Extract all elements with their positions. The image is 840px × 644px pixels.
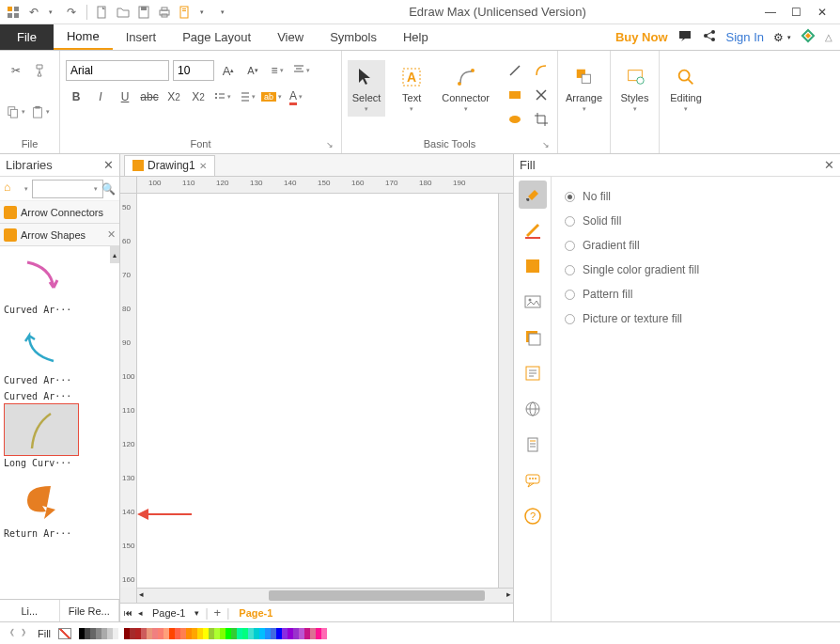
close-button[interactable]: ✕ <box>817 6 831 19</box>
underline-icon[interactable]: U <box>115 86 135 107</box>
shape-item[interactable]: Curved Ar··· <box>4 250 79 315</box>
lib-section-connectors[interactable]: Arrow Connectors <box>0 201 119 224</box>
rail-fill-icon[interactable] <box>519 181 547 209</box>
rail-shadow-icon[interactable] <box>519 252 547 280</box>
ruler-horizontal[interactable]: 100 110 120 130 140 150 160 170 180 190 <box>120 177 513 194</box>
fill-option-gradient[interactable]: Gradient fill <box>565 239 827 252</box>
font-launcher-icon[interactable]: ↘ <box>326 140 334 149</box>
arrange-button[interactable]: Arrange ▾ <box>562 60 606 117</box>
strikethrough-icon[interactable]: abc <box>139 86 160 107</box>
tab-view[interactable]: View <box>264 24 317 50</box>
color-swatch[interactable] <box>321 628 327 639</box>
search-icon[interactable]: 🔍 <box>101 182 116 196</box>
status-nav-next-icon[interactable]: 》 <box>22 627 30 639</box>
fill-option-pattern[interactable]: Pattern fill <box>565 288 827 301</box>
tab-page-layout[interactable]: Page Layout <box>169 24 264 50</box>
page-tab[interactable]: Page-1 <box>148 607 189 619</box>
tab-symbols[interactable]: Symbols <box>317 24 390 50</box>
styles-button[interactable]: Styles ▾ <box>616 60 653 117</box>
fill-option-solid[interactable]: Solid fill <box>565 214 827 228</box>
libraries-close-icon[interactable]: ✕ <box>103 158 114 172</box>
basic-tools-launcher-icon[interactable]: ↘ <box>542 140 550 149</box>
shape-item-selected[interactable]: Long Curv··· <box>4 403 79 468</box>
delete-tool-icon[interactable] <box>531 85 552 105</box>
libraries-home-icon[interactable]: ⌂ <box>4 181 21 197</box>
rail-hyperlink-icon[interactable] <box>519 395 547 423</box>
page-dropdown-icon[interactable]: ▾ <box>194 608 199 618</box>
new-icon[interactable] <box>95 5 110 20</box>
collapse-ribbon-icon[interactable]: △ <box>825 32 832 42</box>
undo-dropdown-icon[interactable]: ▾ <box>43 5 58 20</box>
lib-section-close-icon[interactable]: ✕ <box>107 228 116 241</box>
settings-icon[interactable]: ⚙ <box>773 31 784 44</box>
cut-icon[interactable]: ✂ <box>6 60 26 81</box>
scrollbar-vertical[interactable] <box>498 194 513 588</box>
fill-option-no-fill[interactable]: No fill <box>565 190 827 203</box>
scroll-left-icon[interactable]: ◂ <box>139 589 144 599</box>
tab-insert[interactable]: Insert <box>113 24 170 50</box>
export-icon[interactable] <box>178 5 193 20</box>
copy-icon[interactable] <box>6 102 26 122</box>
drawing-canvas[interactable] <box>137 194 498 588</box>
tab-help[interactable]: Help <box>390 24 442 50</box>
qat-customize-icon[interactable]: ▾ <box>215 5 230 20</box>
print-icon[interactable] <box>157 5 172 20</box>
format-painter-icon[interactable] <box>30 60 51 81</box>
arc-tool-icon[interactable] <box>531 60 552 81</box>
sign-in-link[interactable]: Sign In <box>726 30 764 44</box>
crop-tool-icon[interactable] <box>531 109 552 130</box>
minimize-button[interactable]: — <box>765 6 778 19</box>
shapes-scroll-up[interactable]: ▴ <box>110 246 119 263</box>
maximize-button[interactable]: ☐ <box>791 6 804 19</box>
select-tool[interactable]: Select ▾ <box>348 60 385 117</box>
export-dropdown-icon[interactable]: ▾ <box>194 5 210 20</box>
ruler-vertical[interactable]: 50 60 70 80 90 100 110 120 130 140 150 1… <box>120 194 137 588</box>
buy-now-link[interactable]: Buy Now <box>615 30 668 44</box>
rail-comment-icon[interactable] <box>519 466 547 495</box>
italic-icon[interactable]: I <box>90 86 111 107</box>
font-name-select[interactable] <box>66 60 169 81</box>
increase-font-icon[interactable]: A▴ <box>218 60 239 81</box>
align-icon[interactable]: ≡ <box>267 60 288 81</box>
superscript-icon[interactable]: X2 <box>188 86 209 107</box>
status-nav-prev-icon[interactable]: 《 <box>6 627 14 639</box>
document-tab[interactable]: Drawing1 ✕ <box>124 155 215 176</box>
libraries-home-dropdown-icon[interactable]: ▾ <box>24 185 28 193</box>
page-nav-first-icon[interactable]: ⏮ <box>124 608 132 618</box>
scroll-right-icon[interactable]: ▸ <box>506 589 511 599</box>
font-color-icon[interactable]: A <box>286 86 306 107</box>
libraries-search-input[interactable] <box>32 180 103 198</box>
rectangle-tool-icon[interactable] <box>505 85 525 105</box>
font-size-select[interactable] <box>173 60 214 81</box>
feedback-icon[interactable] <box>677 28 692 46</box>
scrollbar-thumb[interactable] <box>269 590 485 601</box>
share-icon[interactable] <box>702 28 717 46</box>
decrease-font-icon[interactable]: A▾ <box>242 60 263 81</box>
rail-text-icon[interactable] <box>519 359 547 387</box>
shape-item[interactable]: Return Ar··· <box>4 474 79 539</box>
rail-line-icon[interactable] <box>519 216 547 244</box>
spacing-icon[interactable] <box>237 86 257 107</box>
tab-home[interactable]: Home <box>54 24 113 50</box>
settings-dropdown-icon[interactable]: ▾ <box>787 34 791 41</box>
page-nav-prev-icon[interactable]: ◂ <box>138 608 143 618</box>
redo-icon[interactable]: ↷ <box>64 5 79 20</box>
search-dropdown-icon[interactable]: ▾ <box>94 185 98 193</box>
fill-close-icon[interactable]: ✕ <box>824 158 834 172</box>
add-page-icon[interactable]: + <box>214 605 222 620</box>
scrollbar-horizontal[interactable]: ◂ ▸ <box>137 588 513 603</box>
bold-icon[interactable]: B <box>66 86 86 107</box>
save-icon[interactable] <box>136 5 151 20</box>
undo-icon[interactable]: ↶ <box>26 5 41 20</box>
rail-attachment-icon[interactable] <box>519 431 547 459</box>
ellipse-tool-icon[interactable] <box>505 109 525 130</box>
rail-layer-icon[interactable] <box>519 323 547 352</box>
page-tab-active[interactable]: Page-1 <box>235 607 276 619</box>
fill-option-picture[interactable]: Picture or texture fill <box>565 312 827 325</box>
text-tool[interactable]: A Text ▾ <box>393 60 430 117</box>
lib-tab-li[interactable]: Li... <box>0 600 60 621</box>
highlight-icon[interactable]: ab <box>261 86 282 107</box>
shape-item[interactable]: Curved Ar··· <box>4 321 79 385</box>
open-icon[interactable] <box>116 5 131 20</box>
file-menu[interactable]: File <box>0 24 54 50</box>
